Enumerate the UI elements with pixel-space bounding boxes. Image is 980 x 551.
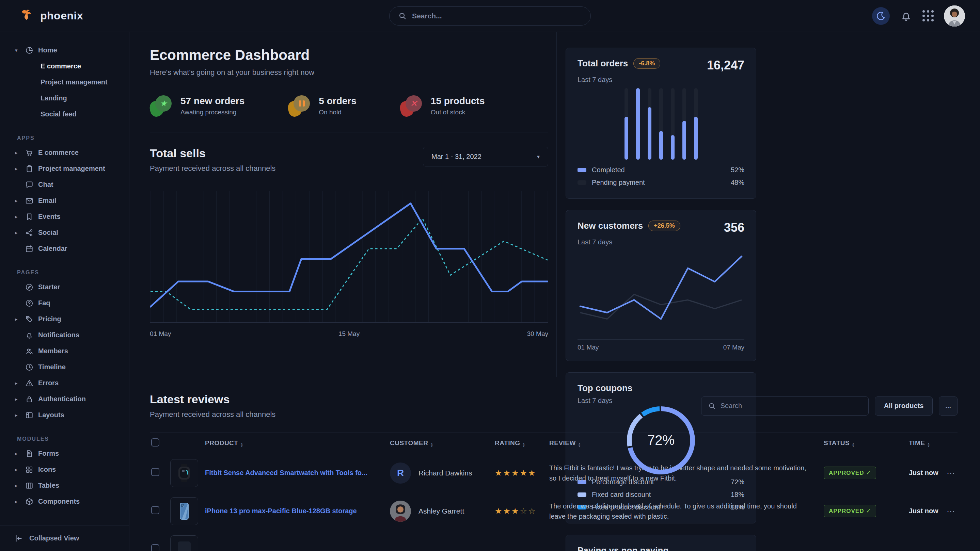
column-header-status[interactable]: STATUS▴▾ [824,439,909,448]
global-search[interactable] [389,6,591,25]
sidebar-item-social[interactable]: ▸Social [8,225,122,241]
legend-label: Completed [592,166,625,174]
sidebar-subitem-social-feed[interactable]: Social feed [8,106,122,122]
row-checkbox[interactable] [151,506,159,514]
sidebar-item-label: Faq [38,299,50,307]
apps-grid-button[interactable] [923,10,934,21]
search-icon [398,12,407,20]
sort-icon[interactable]: ▴▾ [928,442,930,448]
notifications-button[interactable] [900,10,912,22]
sidebar-item-authentication[interactable]: ▸Authentication [8,391,122,407]
sidebar-item-members[interactable]: Members [8,343,122,359]
sidebar-item-label: Social [38,229,58,237]
column-header-time[interactable]: TIME▴▾ [909,439,946,448]
sidebar-item-components[interactable]: ▸Components [8,494,122,510]
sidebar-item-icons[interactable]: ▸Icons [8,462,122,478]
sidebar-item-label: Timeline [38,363,66,371]
dashboard-header-section: Ecommerce Dashboard Here's what's going … [150,32,557,377]
sidebar-item-home[interactable]: ▾Home [8,42,122,58]
stat-item: ★57 new ordersAwating processing [150,95,245,116]
reviews-subtitle: Payment received across all channels [150,410,275,419]
sidebar-item-chat[interactable]: Chat [8,177,122,193]
caret-right-icon: ▸ [15,166,21,172]
sidebar-item-layouts[interactable]: ▸Layouts [8,407,122,423]
sidebar-item-faq[interactable]: Faq [8,295,122,311]
sidebar-item-project-management[interactable]: ▸Project management [8,160,122,177]
main-content: Ecommerce Dashboard Here's what's going … [129,32,980,551]
sidebar-item-e-commerce[interactable]: ▸E commerce [8,144,122,160]
card-title: Total orders [578,58,628,69]
product-thumbnail[interactable] [170,459,198,487]
column-header-product[interactable]: PRODUCT▴▾ [205,439,390,448]
caret-right-icon: ▸ [15,316,21,322]
sidebar-item-errors[interactable]: ▸Errors [8,375,122,391]
sidebar-item-tables[interactable]: ▸Tables [8,478,122,494]
page-subtitle: Here's what's going on at your business … [150,68,548,77]
sidebar-item-forms[interactable]: ▸Forms [8,446,122,462]
sidebar-subitem-landing[interactable]: Landing [8,90,122,106]
row-checkbox[interactable] [151,468,159,476]
sidebar-subitem-e-commerce[interactable]: E commerce [8,58,122,74]
sort-icon[interactable]: ▴▾ [852,442,854,448]
sidebar-item-label: Project management [38,165,105,173]
sidebar-item-label: Starter [38,283,60,291]
users-icon [25,347,34,356]
total-sells-title: Total sells [150,147,275,160]
more-options-button[interactable]: ... [939,397,958,416]
clock-icon [25,363,34,372]
sidebar-item-calendar[interactable]: Calendar [8,241,122,257]
column-header-customer[interactable]: CUSTOMER▴▾ [390,439,495,448]
rating-stars: ★★★☆☆ [495,507,549,516]
card-period: Last 7 days [578,238,745,246]
select-all-checkbox[interactable] [151,438,159,446]
theme-toggle-button[interactable] [872,7,890,25]
sidebar-item-timeline[interactable]: Timeline [8,359,122,375]
product-link[interactable]: iPhone 13 pro max-Pacific Blue-128GB sto… [205,507,367,515]
product-link[interactable]: Fitbit Sense Advanced Smartwatch with To… [205,469,378,477]
reviews-search[interactable] [701,397,869,416]
user-avatar[interactable] [944,5,965,27]
caret-down-icon: ▾ [15,47,21,54]
table-icon [25,481,34,490]
sort-icon[interactable]: ▴▾ [579,442,581,448]
sidebar-item-notifications[interactable]: Notifications [8,327,122,343]
sidebar-item-label: Pricing [38,315,61,323]
status-badge: APPROVED ✓ [824,467,876,479]
legend-value: 48% [731,179,745,186]
caret-right-icon: ▸ [15,451,21,457]
row-menu-button[interactable]: ⋯ [946,468,958,478]
column-header-rating[interactable]: RATING▴▾ [495,439,549,448]
grid-icon [25,465,34,474]
sidebar-item-label: Authentication [38,395,86,403]
all-products-button[interactable]: All products [875,397,933,416]
search-input[interactable] [412,12,582,20]
sort-icon[interactable]: ▴▾ [241,442,243,448]
collapsed-view-toggle[interactable]: Collapsed View [0,525,129,551]
top-navbar: phoenix [0,0,980,32]
x-tick-label: 30 May [527,330,548,338]
sidebar-item-label: Email [38,197,56,205]
sidebar-subitem-project-management[interactable]: Project management [8,74,122,90]
orders-legend: Completed52%Pending payment48% [578,164,745,189]
product-thumbnail[interactable] [170,535,198,551]
product-thumbnail[interactable] [170,497,198,525]
caret-right-icon: ▸ [15,499,21,505]
sidebar-item-pricing[interactable]: ▸Pricing [8,311,122,327]
total-sells-header: Total sells Payment received across all … [150,132,548,173]
order-bar [625,88,628,160]
brand-logo[interactable]: phoenix [19,8,83,24]
sidebar-item-starter[interactable]: Starter [8,279,122,295]
sidebar-item-email[interactable]: ▸Email [8,193,122,209]
sidebar-item-events[interactable]: ▸Events [8,209,122,225]
row-checkbox[interactable] [151,544,159,551]
reviews-title: Latest reviews [150,393,275,406]
stat-label: On hold [319,109,356,116]
sort-icon[interactable]: ▴▾ [523,442,525,448]
row-menu-button[interactable]: ⋯ [946,507,958,516]
latest-reviews-section: Latest reviews Payment received across a… [150,377,958,551]
reviews-search-input[interactable] [721,402,862,410]
total-sells-chart: 01 May15 May30 May [150,186,548,338]
new-customers-line-chart [578,249,745,335]
sort-icon[interactable]: ▴▾ [431,442,433,448]
date-range-select[interactable]: Mar 1 - 31, 2022 ▾ [423,147,548,167]
